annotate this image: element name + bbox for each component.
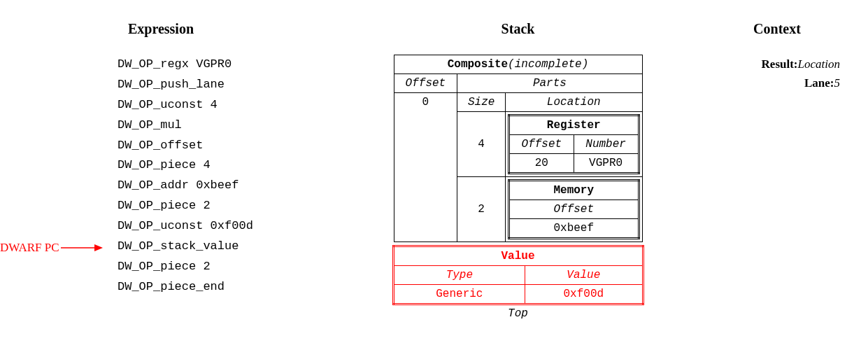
composite-title: Composite (448, 58, 508, 71)
dwarf-pc-label-text: DWARF PC (0, 238, 59, 258)
value-value-val: 0xf00d (525, 285, 643, 304)
reg-number-hdr: Number (574, 135, 639, 154)
result-label: Result: (762, 57, 798, 71)
location-header: Location (505, 93, 642, 112)
parts-header: Parts (457, 74, 642, 93)
expression-op: DW_OP_mul (118, 115, 322, 136)
expression-list: DW_OP_regx VGPR0DW_OP_push_laneDW_OP_uco… (0, 55, 322, 298)
context-list: Result:Location Lane:5 (714, 55, 840, 92)
expression-op: DW_OP_offset (118, 136, 322, 156)
part-location-cell: Memory Offset 0xbeef (505, 177, 642, 242)
context-result-row: Result:Location (714, 55, 840, 74)
mem-offset-val: 0xbeef (508, 219, 639, 239)
register-location-table: Register Offset Number 20 VGPR0 (508, 114, 640, 174)
expression-op: DW_OP_piece_end (118, 277, 322, 298)
composite-title-cell: Composite(incomplete) (394, 55, 642, 74)
result-value: Location (798, 57, 840, 71)
offset-header: Offset (394, 74, 457, 93)
expression-column: Expression DW_OP_regx VGPR0DW_OP_push_la… (0, 21, 322, 320)
part-location-cell: Register Offset Number 20 VGPR0 (505, 112, 642, 177)
expression-op: DW_OP_uconst 0xf00d (118, 216, 322, 237)
context-column: Context Result:Location Lane:5 (714, 21, 868, 320)
memory-location-table: Memory Offset 0xbeef (508, 179, 640, 239)
svg-marker-1 (94, 244, 103, 251)
expression-op: DW_OP_regx VGPR0 (118, 55, 322, 75)
expression-op: DW_OP_piece 4 (118, 155, 322, 176)
reg-offset-val: 20 (508, 154, 574, 174)
lane-label: Lane: (804, 76, 834, 90)
value-type-val: Generic (393, 285, 525, 304)
value-type-hdr: Type (393, 266, 525, 285)
composite-table: Composite(incomplete) Offset Parts 0 Siz… (394, 55, 643, 242)
expression-op: DW_OP_addr 0xbeef (118, 176, 322, 196)
expression-op: DW_OP_stack_valueDWARF PC (118, 237, 322, 257)
lane-value: 5 (834, 76, 841, 90)
expression-op: DW_OP_push_lane (118, 75, 322, 95)
expression-op: DW_OP_piece 2 (118, 196, 322, 216)
reg-number-val: VGPR0 (574, 154, 639, 174)
stack-column: Stack Composite(incomplete) Offset Parts… (378, 21, 658, 320)
arrow-right-icon (61, 244, 103, 252)
value-table: Value Type Value Generic 0xf00d (392, 245, 644, 305)
diagram-container: Expression DW_OP_regx VGPR0DW_OP_push_la… (0, 21, 868, 320)
context-lane-row: Lane:5 (714, 74, 840, 92)
expression-op: DW_OP_piece 2 (118, 257, 322, 277)
part-size: 4 (457, 112, 506, 177)
composite-status: (incomplete) (508, 58, 588, 71)
expression-op: DW_OP_uconst 4 (118, 95, 322, 115)
offset-value: 0 (394, 93, 457, 242)
value-title: Value (393, 246, 643, 266)
mem-offset-hdr: Offset (508, 200, 639, 219)
value-value-hdr: Value (525, 266, 643, 285)
size-header: Size (457, 93, 506, 112)
expression-header: Expression (0, 21, 322, 37)
stack-content: Composite(incomplete) Offset Parts 0 Siz… (378, 55, 658, 320)
reg-offset-hdr: Offset (508, 135, 574, 154)
loc-type: Register (508, 115, 639, 135)
part-size: 2 (457, 177, 506, 242)
context-header: Context (714, 21, 840, 37)
dwarf-pc-marker: DWARF PC (0, 238, 103, 258)
loc-type: Memory (508, 181, 639, 200)
stack-top-label: Top (508, 307, 528, 320)
stack-header: Stack (378, 21, 658, 37)
